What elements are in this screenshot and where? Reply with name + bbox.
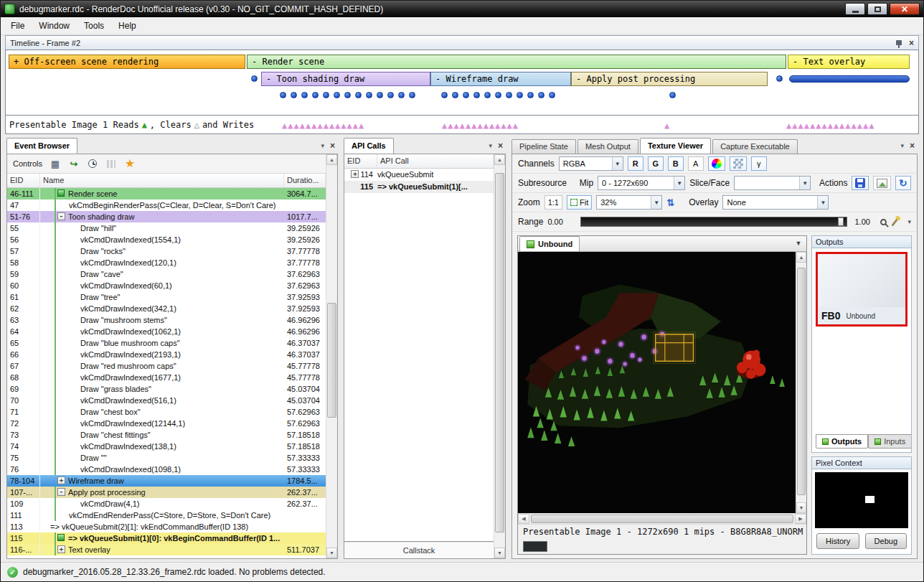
refresh-button[interactable]: ↻ — [895, 176, 911, 190]
event-row[interactable]: 107-... -Apply post processing 262.37... — [7, 487, 326, 498]
event-row[interactable]: 47 vkCmdBeginRenderPass(C=Clear, D=Clear… — [7, 200, 326, 211]
event-row[interactable]: 46-111 Render scene 3064.7... — [7, 188, 326, 200]
timeline-close-icon[interactable]: × — [909, 39, 914, 47]
callstack-section[interactable]: Callstack — [344, 541, 494, 558]
dock-tab[interactable]: Texture Viewer — [640, 138, 711, 154]
menu-item[interactable]: Tools — [77, 18, 111, 34]
event-row[interactable]: 61 Draw "tree" 37.92593 — [7, 291, 326, 303]
scroll-up-icon[interactable]: ▲ — [326, 154, 337, 165]
event-row[interactable]: 60 vkCmdDrawIndexed(60,1) 37.62963 — [7, 280, 326, 291]
timeline-toggle-icon[interactable]: ▦ — [50, 158, 61, 169]
clear-triangle-icon[interactable]: △ — [194, 121, 199, 129]
tab-inputs[interactable]: Inputs — [868, 434, 912, 449]
event-row[interactable]: 59 Draw "cave" 37.62963 — [7, 268, 326, 280]
event-browser-scrollbar[interactable]: ▲ ▼ — [326, 154, 337, 558]
range-options-icon[interactable]: ▾ — [908, 218, 911, 225]
expander-icon[interactable]: + — [351, 170, 359, 178]
alpha-channel-button[interactable]: A — [688, 156, 704, 171]
timeline-bar-offscreen[interactable]: + Off-screen scene rendering — [9, 55, 245, 69]
scroll-down-icon[interactable]: ▼ — [326, 548, 337, 558]
column-name[interactable]: Name — [40, 174, 284, 187]
api-calls-scrollbar[interactable]: ▲ ▼ — [494, 154, 505, 558]
event-row[interactable]: 72 vkCmdDrawIndexed(12144,1) 57.62963 — [7, 418, 326, 429]
minimize-button[interactable] — [845, 3, 865, 15]
gamma-button[interactable]: γ — [751, 156, 767, 171]
expander-icon[interactable]: + — [57, 545, 65, 553]
texture-horizontal-scrollbar[interactable]: ◀ ▶ — [518, 513, 806, 524]
post-processing-draw-dots[interactable] — [669, 92, 676, 98]
scroll-left-icon[interactable]: ◀ — [518, 514, 529, 524]
column-api-call[interactable]: API Call — [377, 154, 494, 168]
tab-event-browser[interactable]: Event Browser — [6, 138, 77, 154]
scrollbar-thumb[interactable] — [531, 515, 793, 523]
timeline-bar-render-scene[interactable]: - Render scene — [247, 55, 786, 69]
expander-icon[interactable]: - — [57, 212, 65, 220]
event-row[interactable]: 64 vkCmdDrawIndexed(1062,1) 46.96296 — [7, 326, 326, 337]
zoom-fit-button[interactable]: Fit — [567, 195, 592, 210]
toon-shading-draw-dots[interactable] — [280, 92, 415, 98]
dock-menu-icon[interactable]: ▾ — [321, 142, 324, 149]
column-eid[interactable]: EID — [344, 154, 377, 168]
dock-menu-icon[interactable]: ▾ — [900, 142, 904, 149]
texture-list-dropdown-icon[interactable]: ▼ — [792, 237, 805, 250]
channels-select[interactable]: RGBA▼ — [559, 156, 623, 171]
event-row[interactable]: 68 vkCmdDrawIndexed(1677,1) 45.77778 — [7, 372, 326, 383]
blue-channel-button[interactable]: B — [668, 156, 684, 171]
event-row[interactable]: 67 Draw "red mushroom caps" 45.77778 — [7, 360, 326, 372]
debug-button[interactable]: Debug — [865, 533, 907, 549]
writes-triangle-group[interactable]: ▲ — [664, 121, 670, 130]
fb0-thumbnail[interactable]: FB0 Unbound — [816, 252, 908, 327]
api-call-row[interactable]: 115 => vkQueueSubmit(1)[... — [344, 181, 494, 193]
history-button[interactable]: History — [816, 533, 859, 549]
pin-icon[interactable] — [896, 40, 902, 45]
column-eid[interactable]: EID — [7, 174, 40, 187]
event-row[interactable]: 55 Draw "hill" 39.25926 — [7, 222, 326, 234]
scrollbar-thumb[interactable] — [327, 303, 336, 418]
mip-select[interactable]: 0 - 1272x690▼ — [598, 176, 685, 190]
panel-close-icon[interactable]: × — [330, 141, 335, 150]
event-row[interactable]: 115 => vkQueueSubmit(1)[0]: vkBeginComma… — [7, 532, 326, 544]
panel-close-icon[interactable]: × — [498, 141, 503, 150]
event-row[interactable]: 63 Draw "mushroom stems" 46.96296 — [7, 314, 326, 326]
expander-icon[interactable]: + — [57, 477, 65, 484]
column-duration[interactable]: Duratio... — [284, 174, 326, 187]
flip-y-icon[interactable]: ⇅ — [666, 197, 674, 208]
background-button[interactable] — [730, 156, 747, 171]
range-max-value[interactable]: 1.00 — [852, 217, 876, 226]
slice-face-select[interactable]: ▼ — [734, 176, 811, 190]
texture-tab-unbound[interactable]: Unbound — [519, 236, 580, 251]
range-slider-handle[interactable] — [838, 217, 844, 226]
event-row[interactable]: 113 => vkQueueSubmit(2)[1]: vkEndCommand… — [7, 521, 326, 532]
event-row[interactable]: 109 vkCmdDraw(4,1) 262.37... — [7, 498, 326, 510]
expander-icon[interactable]: - — [57, 488, 65, 496]
timeline-bar-post-processing[interactable]: - Apply post processing — [571, 72, 768, 86]
event-row[interactable]: 73 Draw "chest fittings" 57.18518 — [7, 429, 326, 441]
scroll-up-icon[interactable]: ▲ — [494, 154, 505, 165]
scroll-down-icon[interactable]: ▼ — [494, 548, 505, 558]
export-icon[interactable]: ↪ — [68, 158, 80, 169]
scroll-down-icon[interactable]: ▼ — [796, 502, 806, 513]
time-draws-icon[interactable] — [87, 158, 98, 169]
dock-menu-icon[interactable]: ▾ — [489, 142, 492, 149]
range-min-value[interactable]: 0.00 — [547, 217, 576, 226]
open-image-button[interactable] — [873, 176, 891, 190]
event-row[interactable]: 57 Draw "rocks" 37.77778 — [7, 245, 326, 257]
timeline-bar-toon-shading[interactable]: - Toon shading draw — [261, 72, 430, 86]
api-call-row[interactable]: +114 vkQueueSubmit — [344, 169, 494, 181]
red-channel-button[interactable]: R — [628, 156, 644, 171]
zoom-range-icon[interactable] — [880, 219, 887, 225]
event-row[interactable]: 76 vkCmdDrawIndexed(1098,1) 57.33333 — [7, 464, 326, 475]
scroll-up-icon[interactable]: ▲ — [796, 252, 806, 263]
event-row[interactable]: 66 vkCmdDrawIndexed(2193,1) 46.37037 — [7, 349, 326, 360]
event-row[interactable]: 78-104 +Wireframe draw 1784.5... — [7, 475, 326, 487]
event-row[interactable]: 70 vkCmdDrawIndexed(516,1) 45.03704 — [7, 395, 326, 406]
colorwheel-button[interactable] — [708, 156, 725, 171]
event-row[interactable]: 69 Draw "grass blades" 45.03704 — [7, 383, 326, 395]
overlay-select[interactable]: None▼ — [722, 195, 829, 210]
texture-image[interactable] — [518, 252, 796, 513]
scroll-right-icon[interactable]: ▶ — [795, 514, 806, 524]
timeline-bar-text-overlay[interactable]: - Text overlay — [788, 55, 910, 69]
menu-item[interactable]: Window — [32, 18, 77, 34]
tab-api-calls[interactable]: API Calls — [344, 138, 394, 154]
event-row[interactable]: 58 vkCmdDrawIndexed(120,1) 37.77778 — [7, 257, 326, 268]
